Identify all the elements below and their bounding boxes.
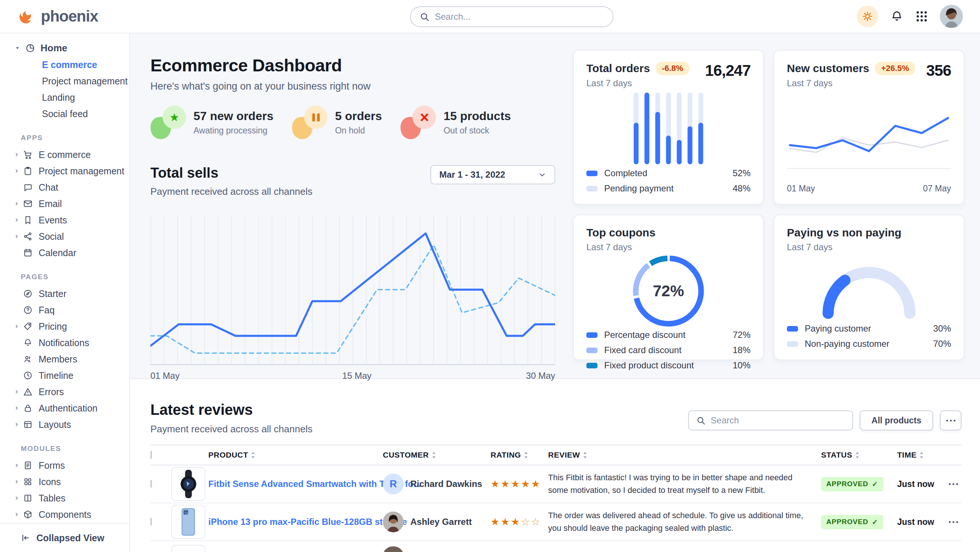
row-checkbox[interactable]	[150, 518, 152, 526]
new-customers-line-chart	[787, 88, 951, 180]
user-avatar[interactable]	[940, 5, 963, 28]
compass-icon	[23, 289, 33, 298]
row-menu-button[interactable]	[945, 521, 961, 523]
sidebar-item-starter[interactable]: Starter	[0, 286, 129, 302]
apps-launcher-button[interactable]	[915, 10, 928, 23]
stat-warning: 5 ordersOn hold	[292, 105, 382, 139]
stat-icon-blob: ★	[150, 105, 186, 139]
legend-swatch	[787, 326, 798, 332]
share-icon	[23, 231, 33, 241]
sidebar-item-authentication[interactable]: Authentication	[0, 400, 129, 416]
card-title: Total orders	[586, 62, 650, 75]
customer-cell[interactable]: R Richard Dawkins	[383, 474, 490, 495]
sidebar-item-events[interactable]: Events	[0, 212, 129, 228]
legend-value: 52%	[733, 168, 751, 179]
change-badge: -6.8%	[656, 62, 689, 75]
reviews-search-input[interactable]	[711, 415, 845, 426]
dashboard-top-section: Ecommerce Dashboard Here's what's going …	[130, 34, 980, 379]
sidebar-item-home[interactable]: Home	[0, 40, 129, 56]
legend-swatch	[586, 171, 598, 176]
sidebar-item-members[interactable]: Members	[0, 351, 129, 367]
axis-tick: 01 May	[787, 183, 815, 194]
sidebar-item-label: Starter	[39, 289, 67, 299]
sun-icon	[862, 11, 873, 22]
sidebar-item-label: Forms	[39, 460, 65, 471]
legend-value: 72%	[733, 330, 751, 340]
chevron-right-icon	[14, 463, 19, 468]
card-subtitle: Last 7 days	[586, 78, 689, 88]
customer-cell[interactable]: Ashley Garrett	[383, 512, 490, 532]
customer-name: Richard Dawkins	[410, 479, 482, 489]
sidebar-item-notifications[interactable]: Notifications	[0, 335, 129, 351]
status-badge: APPROVED ✓	[821, 477, 883, 491]
search-icon	[696, 416, 706, 425]
sidebar-item-chat[interactable]: Chat	[0, 179, 129, 196]
change-badge: +26.5%	[875, 62, 915, 75]
global-search[interactable]	[410, 6, 614, 27]
sidebar-item-errors[interactable]: Errors	[0, 384, 129, 400]
chevron-right-icon	[14, 324, 19, 329]
column-header-time[interactable]: TIME	[897, 450, 945, 459]
sidebar-item-project-management[interactable]: Project management	[0, 73, 129, 89]
brand-logo[interactable]: phoenix	[17, 8, 98, 25]
sidebar-home-children: E commerceProject managementLandingSocia…	[0, 56, 129, 122]
new-customers-value: 356	[926, 62, 951, 80]
check-icon: ✓	[872, 518, 878, 526]
latest-reviews-section: Latest reviews Payment received across a…	[130, 379, 980, 552]
all-products-button[interactable]: All products	[860, 410, 933, 431]
reviews-search[interactable]	[688, 410, 853, 431]
sidebar-item-faq[interactable]: Faq	[0, 302, 129, 318]
column-header-product[interactable]: PRODUCT	[208, 450, 383, 459]
more-options-button[interactable]	[940, 410, 961, 431]
collapse-view-label: Collapsed View	[37, 533, 104, 544]
sidebar-item-e-commerce[interactable]: E commerce	[0, 147, 129, 163]
sidebar-item-e-commerce[interactable]: E commerce	[0, 56, 129, 73]
table-row: iPhone 13 pro max-Pacific Blue-128GB sto…	[150, 503, 961, 541]
sidebar-item-calendar[interactable]: Calendar	[0, 244, 129, 261]
sidebar-item-email[interactable]: Email	[0, 196, 129, 212]
sidebar-item-icons[interactable]: Icons	[0, 474, 129, 490]
sidebar-section-label: PAGES	[0, 273, 129, 281]
column-header-customer[interactable]: CUSTOMER	[383, 450, 490, 459]
legend-row: Percentage discount72%	[586, 330, 751, 340]
column-header-rating[interactable]: RATING	[490, 450, 548, 459]
legend-label: Pending payment	[604, 183, 733, 194]
sidebar-item-social-feed[interactable]: Social feed	[0, 105, 129, 122]
stat-icon-blob: ×	[400, 105, 436, 139]
sidebar-item-layouts[interactable]: Layouts	[0, 416, 129, 433]
chevron-right-icon	[14, 168, 19, 174]
table-header-row: PRODUCT CUSTOMER RATING REVIEW STATUS TI…	[150, 445, 961, 465]
theme-toggle-button[interactable]	[857, 6, 878, 27]
sidebar-item-forms[interactable]: Forms	[0, 457, 129, 474]
row-checkbox[interactable]	[150, 480, 152, 488]
brand-name: phoenix	[41, 8, 98, 25]
column-header-review[interactable]: REVIEW	[548, 450, 821, 459]
sidebar: Home E commerceProject managementLanding…	[0, 34, 130, 552]
calendar-icon	[23, 248, 33, 258]
stat-value: 5 orders	[335, 109, 382, 123]
column-header-status[interactable]: STATUS	[821, 450, 897, 459]
sidebar-item-timeline[interactable]: Timeline	[0, 367, 129, 384]
card-subtitle: Last 7 days	[787, 242, 901, 252]
legend-label: Paying customer	[805, 323, 933, 334]
legend-swatch	[586, 363, 598, 369]
notifications-button[interactable]	[890, 10, 904, 23]
sidebar-item-social[interactable]: Social	[0, 228, 129, 244]
date-range-select[interactable]: Mar 1 - 31, 2022	[430, 165, 555, 184]
sort-icon	[855, 452, 859, 458]
sidebar-item-project-management[interactable]: Project management	[0, 163, 129, 179]
row-menu-button[interactable]	[945, 483, 961, 485]
search-input[interactable]	[435, 11, 604, 22]
sidebar-item-components[interactable]: Components	[0, 506, 129, 523]
review-text: This Fitbit is fantastic! I was trying t…	[548, 471, 821, 497]
sidebar-item-landing[interactable]: Landing	[0, 89, 129, 105]
donut-center-label: 72%	[630, 252, 707, 330]
axis-tick: 15 May	[342, 371, 372, 381]
select-all-checkbox[interactable]	[150, 451, 152, 459]
axis-tick: 30 May	[526, 371, 555, 381]
sidebar-item-tables[interactable]: Tables	[0, 490, 129, 506]
legend-value: 70%	[933, 339, 951, 349]
sidebar-item-pricing[interactable]: Pricing	[0, 318, 129, 335]
collapse-view-button[interactable]: Collapsed View	[0, 523, 129, 552]
legend-value: 30%	[933, 323, 951, 334]
